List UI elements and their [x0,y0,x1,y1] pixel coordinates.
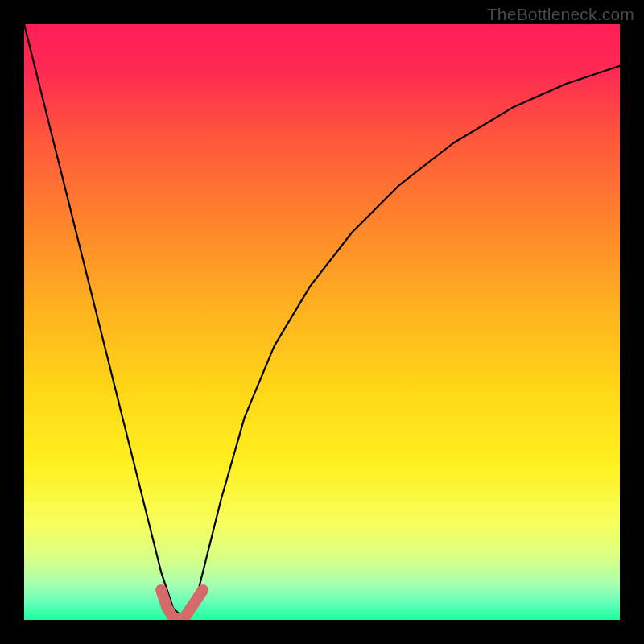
bottleneck-curve [24,24,620,620]
chart-frame: TheBottleneck.com [0,0,644,644]
plot-area [24,24,620,620]
watermark-text: TheBottleneck.com [487,5,634,24]
highlight-region [161,590,203,620]
curve-layer [24,24,620,620]
